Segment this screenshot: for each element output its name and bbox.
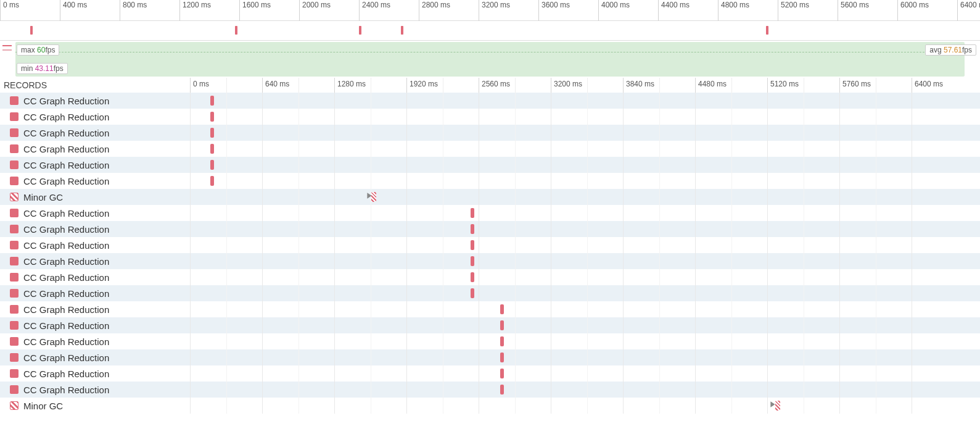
record-row[interactable]: CC Graph Reduction xyxy=(0,301,980,317)
record-timeline[interactable] xyxy=(190,221,980,237)
overview-tick: 3600 ms xyxy=(538,0,539,21)
record-row[interactable]: Minor GC xyxy=(0,398,980,414)
grid-line xyxy=(406,382,407,398)
record-timeline[interactable] xyxy=(190,125,980,141)
record-row[interactable]: CC Graph Reduction xyxy=(0,109,980,125)
cc-bar[interactable] xyxy=(471,224,474,234)
record-row[interactable]: CC Graph Reduction xyxy=(0,157,980,173)
cc-bar[interactable] xyxy=(500,336,504,346)
record-timeline[interactable] xyxy=(190,382,980,398)
grid-line-minor xyxy=(659,317,660,333)
record-timeline[interactable] xyxy=(190,173,980,189)
record-label: CC Graph Reduction xyxy=(23,96,109,106)
grid-line xyxy=(551,237,551,253)
overview-marker[interactable] xyxy=(235,26,237,35)
record-timeline[interactable] xyxy=(190,285,980,301)
cc-bar[interactable] xyxy=(471,288,474,298)
record-timeline[interactable] xyxy=(190,93,980,109)
records-ticks[interactable]: 0 ms640 ms1280 ms1920 ms2560 ms3200 ms38… xyxy=(190,78,980,93)
record-row[interactable]: CC Graph Reduction xyxy=(0,205,980,221)
grid-line xyxy=(190,285,191,301)
record-timeline[interactable] xyxy=(190,253,980,269)
record-row[interactable]: CC Graph Reduction xyxy=(0,141,980,157)
grid-line-minor xyxy=(299,173,299,189)
record-row[interactable]: Minor GC xyxy=(0,189,980,205)
cc-bar[interactable] xyxy=(500,353,504,362)
record-row[interactable]: CC Graph Reduction xyxy=(0,221,980,237)
grid-line xyxy=(334,141,335,157)
record-timeline[interactable] xyxy=(190,205,980,221)
grid-line xyxy=(262,349,263,365)
record-timeline[interactable] xyxy=(190,141,980,157)
overview-tick: 6000 ms xyxy=(897,0,898,21)
overview-marker[interactable] xyxy=(30,26,33,35)
cc-bar[interactable] xyxy=(500,320,504,330)
grid-line-minor xyxy=(659,365,660,382)
record-label-col: Minor GC xyxy=(0,192,190,202)
grid-line xyxy=(839,253,840,269)
record-timeline[interactable] xyxy=(190,269,980,285)
record-row[interactable]: CC Graph Reduction xyxy=(0,382,980,398)
grid-line xyxy=(406,125,407,141)
records-tick-minor xyxy=(731,78,732,93)
cc-bar[interactable] xyxy=(210,160,214,170)
fps-strip: max 60fps min 43.11fps avg 57.61fps xyxy=(0,41,980,78)
record-timeline[interactable] xyxy=(190,349,980,365)
records-tick: 4480 ms xyxy=(695,78,696,93)
record-label-col: CC Graph Reduction xyxy=(0,385,190,395)
cc-bar[interactable] xyxy=(500,304,504,314)
grid-line xyxy=(262,285,263,301)
record-timeline[interactable] xyxy=(190,157,980,173)
minor-gc-bar[interactable] xyxy=(775,401,780,411)
record-row[interactable]: CC Graph Reduction xyxy=(0,365,980,382)
fps-max-unit: fps xyxy=(45,46,55,54)
grid-line xyxy=(479,269,479,285)
record-timeline[interactable] xyxy=(190,333,980,349)
cc-bar[interactable] xyxy=(500,385,504,394)
grid-line-minor xyxy=(443,365,443,382)
record-timeline[interactable] xyxy=(190,317,980,333)
record-row[interactable]: CC Graph Reduction xyxy=(0,125,980,141)
record-row[interactable]: CC Graph Reduction xyxy=(0,333,980,349)
record-row[interactable]: CC Graph Reduction xyxy=(0,237,980,253)
record-row[interactable]: CC Graph Reduction xyxy=(0,253,980,269)
record-timeline[interactable] xyxy=(190,301,980,317)
grid-line-minor xyxy=(731,157,732,173)
record-timeline[interactable] xyxy=(190,109,980,125)
overview-marker[interactable] xyxy=(359,26,361,35)
cc-bar[interactable] xyxy=(210,128,214,138)
record-row[interactable]: CC Graph Reduction xyxy=(0,173,980,189)
record-row[interactable]: CC Graph Reduction xyxy=(0,349,980,365)
cc-bar[interactable] xyxy=(210,144,214,154)
grid-line xyxy=(334,221,335,237)
overview-marker[interactable] xyxy=(401,26,403,35)
cc-bar[interactable] xyxy=(500,369,504,378)
record-row[interactable]: CC Graph Reduction xyxy=(0,285,980,301)
record-timeline[interactable] xyxy=(190,365,980,382)
grid-line xyxy=(262,269,263,285)
cc-bar[interactable] xyxy=(471,256,474,266)
cc-bar[interactable] xyxy=(210,96,214,106)
cc-bar[interactable] xyxy=(210,176,214,186)
record-timeline[interactable] xyxy=(190,237,980,253)
records-tick-label: 6400 ms xyxy=(915,80,943,88)
records-list[interactable]: CC Graph ReductionCC Graph ReductionCC G… xyxy=(0,93,980,414)
record-row[interactable]: CC Graph Reduction xyxy=(0,269,980,285)
record-row[interactable]: CC Graph Reduction xyxy=(0,317,980,333)
overview-markers[interactable] xyxy=(0,21,980,41)
record-row[interactable]: CC Graph Reduction xyxy=(0,93,980,109)
grid-line xyxy=(551,349,551,365)
grid-line xyxy=(767,269,768,285)
cc-bar[interactable] xyxy=(471,272,474,282)
cc-bar[interactable] xyxy=(471,208,474,218)
record-timeline[interactable] xyxy=(190,398,980,414)
record-timeline[interactable] xyxy=(190,189,980,205)
grid-line-minor xyxy=(299,382,299,398)
overview-ruler[interactable]: 0 ms400 ms800 ms1200 ms1600 ms2000 ms240… xyxy=(0,0,980,21)
minor-gc-bar[interactable] xyxy=(371,192,376,202)
cc-bar[interactable] xyxy=(471,240,474,250)
grid-line-minor xyxy=(515,253,516,269)
overview-marker[interactable] xyxy=(766,26,768,35)
grid-line-minor xyxy=(659,349,660,365)
cc-bar[interactable] xyxy=(210,112,214,122)
